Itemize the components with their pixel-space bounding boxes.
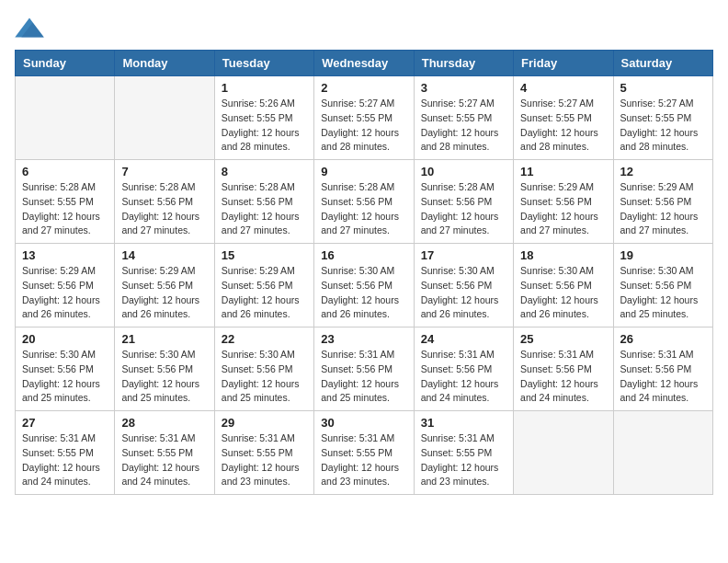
daylight-text: Daylight: 12 hours and 26 minutes. xyxy=(321,294,399,320)
calendar-week-row: 20Sunrise: 5:30 AMSunset: 5:56 PMDayligh… xyxy=(16,327,713,411)
daylight-text: Daylight: 12 hours and 26 minutes. xyxy=(121,294,199,320)
weekday-header-friday: Friday xyxy=(514,51,613,76)
sunset-text: Sunset: 5:56 PM xyxy=(520,280,592,291)
sunrise-text: Sunrise: 5:27 AM xyxy=(520,98,594,109)
sunset-text: Sunset: 5:56 PM xyxy=(620,363,692,374)
day-number: 10 xyxy=(421,165,506,178)
day-info: Sunrise: 5:30 AMSunset: 5:56 PMDaylight:… xyxy=(520,264,606,322)
calendar-day-cell: 27Sunrise: 5:31 AMSunset: 5:55 PMDayligh… xyxy=(16,411,115,495)
page-header xyxy=(15,15,713,40)
sunrise-text: Sunrise: 5:28 AM xyxy=(121,181,195,192)
day-info: Sunrise: 5:28 AMSunset: 5:55 PMDaylight:… xyxy=(22,180,108,238)
daylight-text: Daylight: 12 hours and 27 minutes. xyxy=(121,211,199,236)
sunrise-text: Sunrise: 5:30 AM xyxy=(421,265,495,276)
daylight-text: Daylight: 12 hours and 28 minutes. xyxy=(222,127,300,153)
day-number: 20 xyxy=(22,332,108,346)
sunset-text: Sunset: 5:56 PM xyxy=(121,196,193,207)
day-info: Sunrise: 5:27 AMSunset: 5:55 PMDaylight:… xyxy=(620,97,706,155)
day-number: 7 xyxy=(121,165,207,178)
sunrise-text: Sunrise: 5:27 AM xyxy=(421,98,495,109)
day-info: Sunrise: 5:29 AMSunset: 5:56 PMDaylight:… xyxy=(222,264,307,322)
day-info: Sunrise: 5:31 AMSunset: 5:55 PMDaylight:… xyxy=(22,431,108,489)
day-number: 27 xyxy=(22,416,108,430)
day-info: Sunrise: 5:31 AMSunset: 5:56 PMDaylight:… xyxy=(620,348,706,406)
day-number: 5 xyxy=(620,81,706,95)
calendar-day-cell: 15Sunrise: 5:29 AMSunset: 5:56 PMDayligh… xyxy=(214,244,313,327)
daylight-text: Daylight: 12 hours and 27 minutes. xyxy=(620,211,699,236)
daylight-text: Daylight: 12 hours and 24 minutes. xyxy=(620,378,699,404)
sunset-text: Sunset: 5:56 PM xyxy=(321,363,392,374)
weekday-header-wednesday: Wednesday xyxy=(314,51,414,76)
sunset-text: Sunset: 5:56 PM xyxy=(421,280,493,291)
day-number: 26 xyxy=(620,332,706,346)
sunset-text: Sunset: 5:56 PM xyxy=(222,196,293,207)
day-info: Sunrise: 5:30 AMSunset: 5:56 PMDaylight:… xyxy=(121,348,207,406)
sunrise-text: Sunrise: 5:31 AM xyxy=(421,349,495,360)
day-number: 15 xyxy=(222,248,307,262)
weekday-header-tuesday: Tuesday xyxy=(214,51,313,76)
daylight-text: Daylight: 12 hours and 28 minutes. xyxy=(520,127,598,153)
calendar-day-cell: 28Sunrise: 5:31 AMSunset: 5:55 PMDayligh… xyxy=(115,411,214,495)
day-info: Sunrise: 5:31 AMSunset: 5:55 PMDaylight:… xyxy=(121,431,207,489)
sunset-text: Sunset: 5:55 PM xyxy=(22,447,94,458)
calendar-week-row: 6Sunrise: 5:28 AMSunset: 5:55 PMDaylight… xyxy=(16,160,713,244)
sunrise-text: Sunrise: 5:28 AM xyxy=(222,181,295,192)
calendar-day-cell: 14Sunrise: 5:29 AMSunset: 5:56 PMDayligh… xyxy=(115,244,214,327)
day-number: 14 xyxy=(121,248,207,262)
day-info: Sunrise: 5:31 AMSunset: 5:55 PMDaylight:… xyxy=(222,431,307,489)
sunrise-text: Sunrise: 5:30 AM xyxy=(222,349,295,360)
calendar-day-cell: 16Sunrise: 5:30 AMSunset: 5:56 PMDayligh… xyxy=(314,244,414,327)
day-info: Sunrise: 5:29 AMSunset: 5:56 PMDaylight:… xyxy=(520,180,606,238)
calendar-table: SundayMondayTuesdayWednesdayThursdayFrid… xyxy=(15,50,713,495)
calendar-day-cell: 1Sunrise: 5:26 AMSunset: 5:55 PMDaylight… xyxy=(214,76,313,160)
sunrise-text: Sunrise: 5:27 AM xyxy=(620,98,694,109)
calendar-day-cell: 29Sunrise: 5:31 AMSunset: 5:55 PMDayligh… xyxy=(214,411,313,495)
day-number: 9 xyxy=(321,165,406,178)
calendar-day-cell: 11Sunrise: 5:29 AMSunset: 5:56 PMDayligh… xyxy=(514,160,613,244)
sunrise-text: Sunrise: 5:31 AM xyxy=(222,432,295,443)
day-number: 2 xyxy=(321,81,406,95)
day-info: Sunrise: 5:29 AMSunset: 5:56 PMDaylight:… xyxy=(22,264,108,322)
calendar-day-cell: 9Sunrise: 5:28 AMSunset: 5:56 PMDaylight… xyxy=(314,160,414,244)
day-number: 30 xyxy=(321,416,406,430)
calendar-day-cell: 10Sunrise: 5:28 AMSunset: 5:56 PMDayligh… xyxy=(414,160,513,244)
daylight-text: Daylight: 12 hours and 25 minutes. xyxy=(620,294,699,320)
sunset-text: Sunset: 5:56 PM xyxy=(121,363,193,374)
sunrise-text: Sunrise: 5:26 AM xyxy=(222,98,295,109)
day-number: 13 xyxy=(22,248,108,262)
calendar-day-cell: 4Sunrise: 5:27 AMSunset: 5:55 PMDaylight… xyxy=(514,76,613,160)
day-number: 11 xyxy=(520,165,606,178)
day-number: 22 xyxy=(222,332,307,346)
calendar-day-cell: 24Sunrise: 5:31 AMSunset: 5:56 PMDayligh… xyxy=(414,327,513,411)
day-info: Sunrise: 5:30 AMSunset: 5:56 PMDaylight:… xyxy=(620,264,706,322)
day-info: Sunrise: 5:31 AMSunset: 5:55 PMDaylight:… xyxy=(321,431,406,489)
sunrise-text: Sunrise: 5:30 AM xyxy=(22,349,96,360)
day-number: 16 xyxy=(321,248,406,262)
sunrise-text: Sunrise: 5:29 AM xyxy=(620,181,694,192)
day-info: Sunrise: 5:30 AMSunset: 5:56 PMDaylight:… xyxy=(222,348,307,406)
calendar-week-row: 13Sunrise: 5:29 AMSunset: 5:56 PMDayligh… xyxy=(16,244,713,327)
sunrise-text: Sunrise: 5:30 AM xyxy=(121,349,195,360)
sunset-text: Sunset: 5:55 PM xyxy=(421,447,493,458)
calendar-day-cell: 3Sunrise: 5:27 AMSunset: 5:55 PMDaylight… xyxy=(414,76,513,160)
day-info: Sunrise: 5:27 AMSunset: 5:55 PMDaylight:… xyxy=(321,97,406,155)
day-info: Sunrise: 5:28 AMSunset: 5:56 PMDaylight:… xyxy=(421,180,506,238)
day-info: Sunrise: 5:31 AMSunset: 5:55 PMDaylight:… xyxy=(421,431,506,489)
sunset-text: Sunset: 5:55 PM xyxy=(222,447,293,458)
daylight-text: Daylight: 12 hours and 24 minutes. xyxy=(121,462,199,488)
sunset-text: Sunset: 5:56 PM xyxy=(520,196,592,207)
calendar-day-cell: 21Sunrise: 5:30 AMSunset: 5:56 PMDayligh… xyxy=(115,327,214,411)
sunset-text: Sunset: 5:56 PM xyxy=(421,363,493,374)
sunset-text: Sunset: 5:56 PM xyxy=(222,363,293,374)
calendar-day-cell: 23Sunrise: 5:31 AMSunset: 5:56 PMDayligh… xyxy=(314,327,414,411)
calendar-day-cell xyxy=(115,76,214,160)
sunset-text: Sunset: 5:56 PM xyxy=(222,280,293,291)
calendar-day-cell: 19Sunrise: 5:30 AMSunset: 5:56 PMDayligh… xyxy=(613,244,712,327)
calendar-day-cell: 30Sunrise: 5:31 AMSunset: 5:55 PMDayligh… xyxy=(314,411,414,495)
logo-icon xyxy=(15,15,44,40)
day-number: 1 xyxy=(222,81,307,95)
day-number: 24 xyxy=(421,332,506,346)
sunrise-text: Sunrise: 5:30 AM xyxy=(321,265,394,276)
daylight-text: Daylight: 12 hours and 27 minutes. xyxy=(421,211,499,236)
calendar-day-cell: 6Sunrise: 5:28 AMSunset: 5:55 PMDaylight… xyxy=(16,160,115,244)
